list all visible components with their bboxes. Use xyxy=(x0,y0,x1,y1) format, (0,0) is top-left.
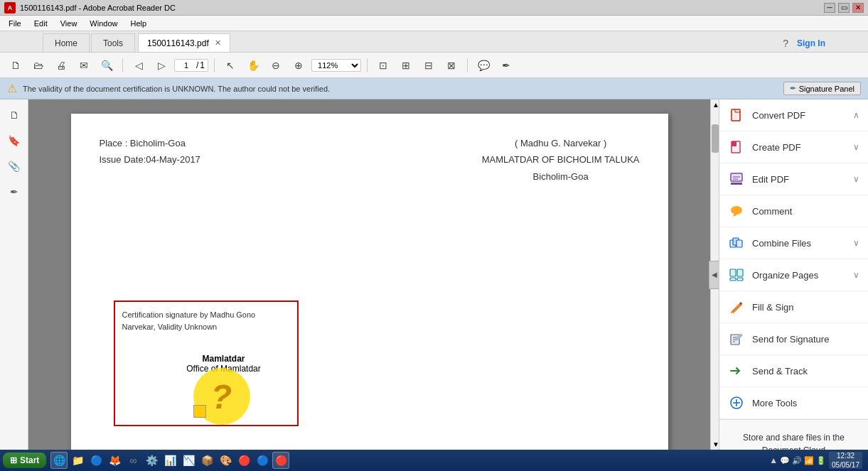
toolbar-rotate[interactable]: ⊟ xyxy=(419,55,439,75)
pdf-signatory-location: Bicholim-Goa xyxy=(482,168,640,185)
toolbar-search[interactable]: 🔍 xyxy=(97,55,117,75)
send-track-label: Send & Track xyxy=(752,366,859,377)
panel-item-convert-pdf[interactable]: Convert PDF ∧ xyxy=(719,99,868,131)
taskbar-chrome[interactable]: 🔵 xyxy=(254,452,271,469)
panel-item-combine-files[interactable]: Combine Files ∨ xyxy=(719,227,868,259)
comment-icon xyxy=(728,202,745,220)
taskbar-firefox[interactable]: 🦊 xyxy=(106,452,123,469)
panel-item-create-pdf[interactable]: Create PDF ∨ xyxy=(719,131,868,163)
close-button[interactable]: ✕ xyxy=(852,3,864,13)
taskbar-explorer[interactable]: 📁 xyxy=(69,452,86,469)
send-signature-icon xyxy=(728,330,745,347)
taskbar-sys-icon-1: ▲ xyxy=(769,455,778,465)
taskbar-clock[interactable]: 12:32 05/05/17 xyxy=(829,452,862,469)
svg-rect-2 xyxy=(732,141,736,146)
taskbar-excel[interactable]: 📊 xyxy=(161,452,178,469)
taskbar: ⊞ Start 🌐 📁 🔵 🦊 ∞ ⚙️ 📊 📉 📦 🎨 🔴 🔵 🔴 ▲ 💬 🔊… xyxy=(0,450,868,471)
sig-role-name: Mamlatdar xyxy=(158,354,290,364)
toolbar-next-page[interactable]: ▷ xyxy=(151,55,171,75)
taskbar-icons: 🌐 📁 🔵 🦊 ∞ ⚙️ 📊 📉 📦 🎨 🔴 🔵 🔴 xyxy=(50,452,289,469)
pdf-issue-date: Issue Date:04-May-2017 xyxy=(100,151,200,168)
taskbar-ie[interactable]: 🌐 xyxy=(50,452,68,469)
notification-bar: ⚠ The validity of the document certifica… xyxy=(0,78,868,99)
menu-edit[interactable]: Edit xyxy=(28,18,53,29)
tab-tools[interactable]: Tools xyxy=(91,33,135,52)
sidebar-signature-icon[interactable]: ✒ xyxy=(4,182,24,202)
taskbar-app5[interactable]: ∞ xyxy=(124,452,141,469)
window-title: 1500116143.pdf - Adobe Acrobat Reader DC xyxy=(20,4,176,12)
scroll-down-arrow[interactable]: ▼ xyxy=(711,439,719,450)
taskbar-acrobat[interactable]: 🔴 xyxy=(272,452,289,469)
menu-help[interactable]: Help xyxy=(124,18,152,29)
tab-close-icon[interactable]: ✕ xyxy=(215,38,221,48)
panel-item-fill-sign[interactable]: Fill & Sign xyxy=(719,291,868,323)
signature-panel-button[interactable]: ✒ Signature Panel xyxy=(783,82,861,95)
organize-pages-icon xyxy=(728,266,745,283)
menu-view[interactable]: View xyxy=(55,18,83,29)
toolbar-email[interactable]: ✉ xyxy=(74,55,94,75)
menu-window[interactable]: Window xyxy=(84,18,123,29)
menu-file[interactable]: File xyxy=(3,18,27,29)
toolbar-hand[interactable]: ✋ xyxy=(243,55,263,75)
toolbar-select[interactable]: ↖ xyxy=(220,55,240,75)
create-pdf-label: Create PDF xyxy=(752,142,846,153)
panel-item-comment[interactable]: Comment xyxy=(719,195,868,227)
svg-rect-4 xyxy=(731,183,742,185)
more-tools-icon xyxy=(728,394,745,411)
toolbar-open[interactable]: 🗁 xyxy=(28,55,48,75)
taskbar-sys-icons: ▲ 💬 🔊 📶 🔋 xyxy=(769,455,826,465)
panel-item-organize-pages[interactable]: Organize Pages ∨ xyxy=(719,259,868,291)
svg-rect-11 xyxy=(730,278,736,281)
sig-panel-icon: ✒ xyxy=(790,84,796,93)
toolbar-print[interactable]: 🖨 xyxy=(51,55,71,75)
zoom-select[interactable]: 112% 100% 75% 150% xyxy=(311,59,361,72)
restore-button[interactable]: ▭ xyxy=(838,3,850,13)
panel-item-more-tools[interactable]: More Tools xyxy=(719,387,868,419)
fill-sign-label: Fill & Sign xyxy=(752,302,859,313)
edit-pdf-chevron: ∨ xyxy=(853,174,859,184)
toolbar-fit-page[interactable]: ⊞ xyxy=(396,55,416,75)
toolbar-prev-page[interactable]: ◁ xyxy=(129,55,149,75)
svg-rect-9 xyxy=(730,269,736,276)
taskbar-app6[interactable]: ⚙️ xyxy=(143,452,160,469)
toolbar-sign[interactable]: ✒ xyxy=(496,55,516,75)
page-number-input[interactable] xyxy=(178,61,195,70)
panel-item-edit-pdf[interactable]: Edit PDF ∨ xyxy=(719,163,868,195)
toolbar-fit[interactable]: ⊡ xyxy=(373,55,393,75)
tab-file[interactable]: 1500116143.pdf ✕ xyxy=(138,33,230,52)
toolbar-comment-icon[interactable]: 💬 xyxy=(473,55,493,75)
svg-rect-10 xyxy=(737,269,743,276)
toolbar-zoom-out[interactable]: ⊖ xyxy=(266,55,286,75)
toolbar-tools2[interactable]: ⊠ xyxy=(441,55,461,75)
sign-in-button[interactable]: Sign In xyxy=(797,38,825,48)
taskbar-app10[interactable]: 🎨 xyxy=(217,452,234,469)
sidebar-attachment-icon[interactable]: 📎 xyxy=(4,156,24,176)
taskbar-right: ▲ 💬 🔊 📶 🔋 12:32 05/05/17 xyxy=(769,452,865,469)
panel-item-send-track[interactable]: Send & Track xyxy=(719,355,868,387)
taskbar-app3[interactable]: 🔵 xyxy=(87,452,105,469)
scroll-up-arrow[interactable]: ▲ xyxy=(711,99,719,110)
right-panel: Convert PDF ∧ Create PDF ∨ Edit PDF ∨ Co… xyxy=(719,99,868,450)
taskbar-sys-icon-3: 🔊 xyxy=(792,456,802,465)
taskbar-app9[interactable]: 📦 xyxy=(198,452,215,469)
fill-sign-icon xyxy=(728,298,745,315)
panel-item-send-signature[interactable]: Send for Signature xyxy=(719,323,868,355)
sig-cert-text: Certification signature by Madhu Gono Na… xyxy=(122,309,290,332)
pdf-signatory-title: MAMLATDAR OF BICHOLIM TALUKA xyxy=(482,151,640,168)
toolbar-zoom-in[interactable]: ⊕ xyxy=(289,55,309,75)
page-navigation: / 1 xyxy=(174,59,208,72)
help-icon[interactable]: ? xyxy=(783,38,788,49)
start-button[interactable]: ⊞ Start xyxy=(3,453,46,468)
tab-home[interactable]: Home xyxy=(43,33,90,52)
sidebar-bookmark-icon[interactable]: 🔖 xyxy=(4,131,24,151)
toolbar-new-doc[interactable]: 🗋 xyxy=(6,55,26,75)
taskbar-app8[interactable]: 📉 xyxy=(180,452,197,469)
panel-collapse-handle[interactable]: ◀ xyxy=(709,261,719,289)
convert-pdf-icon xyxy=(728,107,745,124)
comment-label: Comment xyxy=(752,206,859,217)
taskbar-app11[interactable]: 🔴 xyxy=(235,452,252,469)
sidebar-tools-icon[interactable]: 🗋 xyxy=(4,105,24,125)
pdf-scroll[interactable]: Place : Bicholim-Goa Issue Date:04-May-2… xyxy=(28,99,710,450)
minimize-button[interactable]: ─ xyxy=(824,3,835,13)
scroll-thumb[interactable] xyxy=(712,124,719,153)
